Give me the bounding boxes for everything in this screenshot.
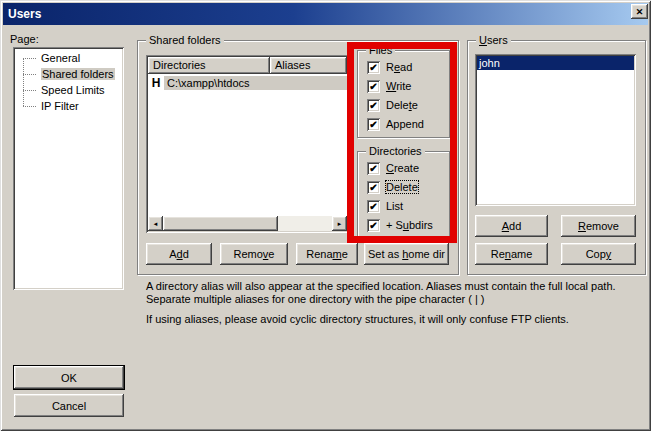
create-checkbox[interactable]: ✔ xyxy=(367,162,380,175)
users-group-label: Users xyxy=(476,34,511,46)
close-button[interactable]: ✕ xyxy=(631,4,648,19)
files-permissions-group: Files ✔ Read ✔ Write ✔ Delete ✔ Append xyxy=(357,50,450,138)
page-label: Page: xyxy=(10,33,39,45)
append-checkbox-row[interactable]: ✔ Append xyxy=(367,116,424,132)
tree-item-shared-folders[interactable]: Shared folders xyxy=(17,66,120,82)
create-checkbox-row[interactable]: ✔ Create xyxy=(367,160,419,176)
tree-item-general[interactable]: General xyxy=(17,50,120,66)
check-icon: ✔ xyxy=(369,80,377,93)
check-icon: ✔ xyxy=(369,162,377,175)
close-icon: ✕ xyxy=(636,7,644,17)
button-label: Remove xyxy=(234,248,275,260)
users-dialog: Users ✕ Page: General Shared folders Spe… xyxy=(0,0,651,431)
delete-files-checkbox[interactable]: ✔ xyxy=(367,99,380,112)
checkbox-label: + Subdirs xyxy=(386,219,433,231)
directories-listview: Directories Aliases H C:\xampp\htdocs ◄ … xyxy=(146,55,349,233)
users-listbox[interactable]: john xyxy=(475,54,636,206)
check-icon: ✔ xyxy=(369,61,377,74)
checkbox-label: Delete xyxy=(386,181,418,193)
directory-path: C:\xampp\htdocs xyxy=(164,76,347,90)
window-title: Users xyxy=(3,7,41,21)
directory-row[interactable]: H C:\xampp\htdocs xyxy=(148,75,347,90)
check-icon: ✔ xyxy=(369,181,377,194)
tree-item-ip-filter[interactable]: IP Filter xyxy=(17,98,120,114)
user-item-john[interactable]: john xyxy=(477,56,634,70)
directories-group-label: Directories xyxy=(366,145,425,157)
column-header-directories[interactable]: Directories xyxy=(148,57,270,74)
listview-header: Directories Aliases xyxy=(148,57,347,74)
button-label: Add xyxy=(502,220,522,232)
ok-button[interactable]: OK xyxy=(14,366,124,389)
checkbox-label: Write xyxy=(386,80,411,92)
remove-user-button[interactable]: Remove xyxy=(561,215,636,237)
scroll-right-icon: ► xyxy=(337,221,343,227)
button-label: Copy xyxy=(586,248,612,260)
read-checkbox-row[interactable]: ✔ Read xyxy=(367,59,412,75)
button-label: Rename xyxy=(491,248,533,260)
scrollbar-thumb[interactable] xyxy=(163,216,278,231)
tree-item-speed-limits[interactable]: Speed Limits xyxy=(17,82,120,98)
alias-help-paragraph-1: A directory alias will also appear at th… xyxy=(146,280,648,306)
files-group-label: Files xyxy=(366,44,395,56)
horizontal-scrollbar[interactable]: ◄ ► xyxy=(148,216,347,231)
set-as-home-dir-button[interactable]: Set as home dir xyxy=(364,243,449,265)
scrollbar-track[interactable] xyxy=(163,216,332,231)
rename-directory-button[interactable]: Rename xyxy=(296,243,358,265)
checkbox-label: Create xyxy=(386,162,419,174)
write-checkbox[interactable]: ✔ xyxy=(367,80,380,93)
button-label: Add xyxy=(169,248,189,260)
add-directory-button[interactable]: Add xyxy=(146,243,212,265)
delete-files-checkbox-row[interactable]: ✔ Delete xyxy=(367,97,418,113)
column-header-aliases[interactable]: Aliases xyxy=(270,57,347,74)
button-label: Remove xyxy=(578,220,619,232)
check-icon: ✔ xyxy=(369,118,377,131)
list-checkbox-row[interactable]: ✔ List xyxy=(367,198,403,214)
directories-permissions-group: Directories ✔ Create ✔ Delete ✔ List ✔ +… xyxy=(357,151,450,240)
scroll-left-button[interactable]: ◄ xyxy=(148,216,163,231)
read-checkbox[interactable]: ✔ xyxy=(367,61,380,74)
add-user-button[interactable]: Add xyxy=(475,215,548,237)
tree-item-label-selected: Shared folders xyxy=(41,68,115,80)
button-label: Cancel xyxy=(52,400,86,412)
button-label: Rename xyxy=(306,248,348,260)
shared-folders-group-label: Shared folders xyxy=(146,34,224,46)
tree-item-label: Speed Limits xyxy=(41,84,105,96)
remove-directory-button[interactable]: Remove xyxy=(220,243,288,265)
scroll-right-button[interactable]: ► xyxy=(332,216,347,231)
tree-item-label: IP Filter xyxy=(41,100,79,112)
list-checkbox[interactable]: ✔ xyxy=(367,200,380,213)
copy-user-button[interactable]: Copy xyxy=(561,243,636,265)
cancel-button[interactable]: Cancel xyxy=(14,394,124,417)
checkbox-label: Delete xyxy=(386,99,418,111)
append-checkbox[interactable]: ✔ xyxy=(367,118,380,131)
button-label: Set as home dir xyxy=(368,248,445,260)
scroll-left-icon: ◄ xyxy=(153,221,159,227)
title-bar[interactable]: Users xyxy=(3,3,648,25)
check-icon: ✔ xyxy=(369,99,377,112)
subdirs-checkbox-row[interactable]: ✔ + Subdirs xyxy=(367,217,433,233)
checkbox-label: Append xyxy=(386,118,424,130)
checkbox-label: Read xyxy=(386,61,412,73)
write-checkbox-row[interactable]: ✔ Write xyxy=(367,78,411,94)
rename-user-button[interactable]: Rename xyxy=(475,243,548,265)
delete-dirs-checkbox-row[interactable]: ✔ Delete xyxy=(367,179,418,195)
tree-item-label: General xyxy=(41,52,80,64)
check-icon: ✔ xyxy=(369,219,377,232)
delete-dirs-checkbox[interactable]: ✔ xyxy=(367,181,380,194)
checkbox-label: List xyxy=(386,200,403,212)
check-icon: ✔ xyxy=(369,200,377,213)
home-flag: H xyxy=(148,76,164,90)
page-tree: General Shared folders Speed Limits IP F… xyxy=(13,47,124,290)
subdirs-checkbox[interactable]: ✔ xyxy=(367,219,380,232)
alias-help-text: A directory alias will also appear at th… xyxy=(146,280,648,333)
button-label: OK xyxy=(61,372,77,384)
alias-help-paragraph-2: If using aliases, please avoid cyclic di… xyxy=(146,313,648,326)
